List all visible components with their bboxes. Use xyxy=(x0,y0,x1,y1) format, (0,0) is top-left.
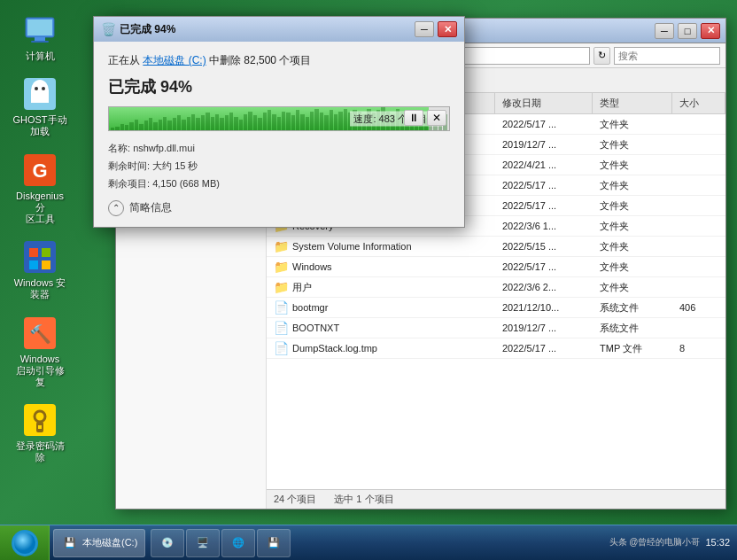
column-header-modified[interactable]: 修改日期 xyxy=(495,93,593,113)
dialog-source-link[interactable]: 本地磁盘 (C:) xyxy=(143,54,206,66)
svg-text:🔨: 🔨 xyxy=(29,323,51,345)
file-row[interactable]: 📁 Windows 2022/5/17 ... 文件夹 xyxy=(267,257,725,277)
dialog-filename-row: 名称: nshwfp.dll.mui xyxy=(108,140,450,158)
search-input[interactable] xyxy=(614,47,720,65)
file-type-cell: 文件夹 xyxy=(593,277,672,297)
taskbar-item-disk3[interactable]: 🖥️ xyxy=(186,529,220,557)
taskbar-tray: 头条 @曾经的电脑小哥 15:32 xyxy=(602,536,737,548)
file-size-cell xyxy=(672,196,725,215)
chart-bar xyxy=(187,117,190,130)
file-name: BOOTNXT xyxy=(292,323,339,333)
file-name-cell: 📄 DumpStack.log.tmp xyxy=(267,338,495,358)
column-header-size[interactable]: 大小 xyxy=(672,93,725,113)
file-modified-cell: 2021/12/10... xyxy=(495,298,593,317)
chart-bar xyxy=(310,112,314,130)
file-type-cell: TMP 文件 xyxy=(593,338,672,358)
explorer-maximize-button[interactable]: □ xyxy=(678,23,697,39)
dialog-items-row: 剩余项目: 4,150 (668 MB) xyxy=(108,175,450,193)
chart-bar xyxy=(220,118,223,130)
explorer-minimize-button[interactable]: ─ xyxy=(655,23,674,39)
file-type-cell: 文件夹 xyxy=(593,155,672,175)
dialog-summary-label: 简略信息 xyxy=(129,200,172,215)
file-row[interactable]: 📁 用户 2022/3/6 2... 文件夹 xyxy=(267,277,725,298)
svg-point-7 xyxy=(35,87,38,90)
chart-bar xyxy=(191,114,195,130)
taskbar-item-disk2[interactable]: 💿 xyxy=(151,529,184,557)
file-row[interactable]: 📄 DumpStack.log.tmp 2022/5/17 ... TMP 文件… xyxy=(267,338,725,359)
chart-bar xyxy=(291,115,295,130)
start-button[interactable] xyxy=(0,525,50,561)
file-name: bootmgr xyxy=(292,302,328,313)
dialog-cancel-button[interactable]: ✕ xyxy=(427,110,446,126)
file-icon: 📁 xyxy=(274,280,289,294)
dialog-pause-button[interactable]: ⏸ xyxy=(404,110,423,126)
chart-bar xyxy=(244,114,247,130)
desktop-icon-ghost[interactable]: GHOST手动加载 xyxy=(9,73,71,141)
file-size-cell xyxy=(672,237,725,256)
file-type-cell: 文件夹 xyxy=(593,135,672,154)
file-name-cell: 📄 bootmgr xyxy=(267,298,495,317)
explorer-close-button[interactable]: ✕ xyxy=(701,23,720,39)
file-size-cell: 406 xyxy=(672,298,725,317)
dialog-time-value: 大约 15 秒 xyxy=(152,160,198,171)
dialog-body: 正在从 本地磁盘 (C:) 中删除 82,500 个项目 已完成 94% 速度:… xyxy=(94,42,464,227)
taskbar-clock: 15:32 xyxy=(705,536,730,548)
taskbar-item-disk5[interactable]: 💾 xyxy=(257,529,291,557)
file-type-cell: 系统文件 xyxy=(593,298,672,317)
computer-icon-label: 计算机 xyxy=(26,51,55,62)
dialog-summary-button[interactable]: ⌃ 简略信息 xyxy=(108,200,450,216)
chart-bar xyxy=(182,120,185,130)
clock-time: 15:32 xyxy=(705,536,730,548)
desktop-icon-password[interactable]: 登录密码清除 xyxy=(9,399,71,467)
file-size-cell: 8 xyxy=(672,338,725,358)
desktop-icon-windows-repair[interactable]: 🔨 Windows启动引导修复 xyxy=(9,312,71,393)
taskbar-item-disk4[interactable]: 🌐 xyxy=(221,529,255,557)
desktop-icon-diskgenius[interactable]: G Diskgenius分区工具 xyxy=(9,149,71,229)
file-size-cell xyxy=(672,114,725,134)
file-row[interactable]: 📁 System Volume Information 2022/5/15 ..… xyxy=(267,237,725,257)
desktop-icon-windows-install[interactable]: Windows 安装器 xyxy=(9,236,71,304)
delete-progress-dialog: 🗑️ 已完成 94% ─ ✕ 正在从 本地磁盘 (C:) 中删除 82,500 … xyxy=(93,16,465,228)
chart-bar xyxy=(229,113,233,130)
file-icon: 📄 xyxy=(274,300,289,315)
chart-bar xyxy=(306,117,309,130)
chart-bar xyxy=(129,122,133,130)
taskbar-item-explorer[interactable]: 💾 本地磁盘(C:) xyxy=(53,529,145,557)
windows-install-icon-label: Windows 安装器 xyxy=(12,277,67,300)
file-size-cell xyxy=(672,135,725,154)
taskbar-item-label: 本地磁盘(C:) xyxy=(82,536,137,549)
svg-rect-12 xyxy=(29,248,38,257)
taskbar-disk3-icon: 🖥️ xyxy=(194,534,212,552)
column-header-type[interactable]: 类型 xyxy=(593,93,672,113)
taskbar-disk2-icon: 💿 xyxy=(159,534,176,552)
dialog-close-button[interactable]: ✕ xyxy=(438,21,457,37)
file-name: 用户 xyxy=(292,281,312,294)
file-row[interactable]: 📄 BOOTNXT 2019/12/7 ... 系统文件 xyxy=(267,318,725,338)
file-row[interactable]: 📄 bootmgr 2021/12/10... 系统文件 406 xyxy=(267,298,725,318)
refresh-button[interactable]: ↻ xyxy=(593,47,610,65)
windows-repair-icon: 🔨 xyxy=(22,315,58,351)
chart-bar xyxy=(300,114,304,130)
file-size-cell xyxy=(672,155,725,175)
svg-rect-3 xyxy=(31,41,49,43)
svg-point-8 xyxy=(42,87,45,90)
chart-bar xyxy=(268,110,271,130)
tray-text: 头条 @曾经的电脑小哥 xyxy=(609,536,701,548)
computer-icon xyxy=(22,12,58,48)
dialog-minimize-button[interactable]: ─ xyxy=(415,21,434,37)
desktop-icon-computer[interactable]: 计算机 xyxy=(9,9,71,66)
ghost-icon xyxy=(22,76,58,112)
file-name: Windows xyxy=(292,261,332,272)
file-modified-cell: 2022/5/17 ... xyxy=(495,196,593,215)
dialog-titlebar: 🗑️ 已完成 94% ─ ✕ xyxy=(94,17,464,42)
chart-bar xyxy=(225,115,229,130)
file-icon: 📁 xyxy=(274,239,289,253)
file-size-cell xyxy=(672,318,725,338)
desktop: 计算机 GHOST手动加载 G xyxy=(0,0,737,560)
desktop-icons: 计算机 GHOST手动加载 G xyxy=(9,9,71,467)
dialog-time-label: 剩余时间: xyxy=(108,160,150,171)
file-type-cell: 文件夹 xyxy=(593,257,672,276)
ghost-icon-label: GHOST手动加载 xyxy=(12,114,66,137)
dialog-info-line: 正在从 本地磁盘 (C:) 中删除 82,500 个项目 xyxy=(108,52,450,69)
svg-rect-15 xyxy=(42,261,50,269)
